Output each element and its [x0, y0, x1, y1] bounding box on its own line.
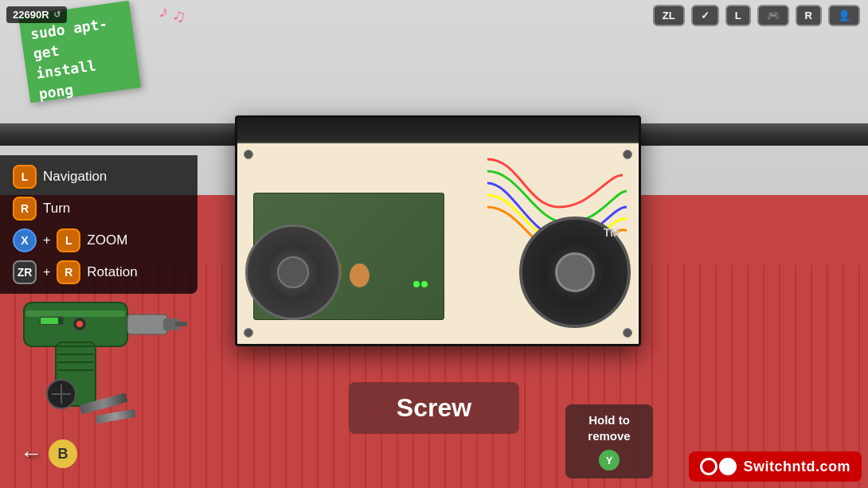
profile-icon: 👤 [838, 10, 850, 21]
hud-check-button[interactable]: ✓ [691, 5, 719, 26]
check-icon: ✓ [701, 10, 710, 21]
speaker-right: TM [519, 217, 631, 328]
hold-remove-line2: remove [588, 429, 630, 443]
switch-logo [700, 458, 737, 475]
b-label: B [58, 446, 68, 463]
svg-rect-9 [41, 318, 58, 324]
controls-panel: L Navigation R Turn X + L ZOOM ZR + R Ro… [0, 155, 197, 294]
y-button[interactable]: Y [599, 450, 620, 470]
led-green-1 [421, 281, 428, 287]
back-area[interactable]: ← B [20, 439, 77, 468]
l-button-2: L [57, 228, 80, 252]
top-hud: ZL ✓ L 🎮 R 👤 [653, 5, 860, 26]
hold-remove-button[interactable]: Hold to remove Y [565, 404, 653, 478]
r-button: R [13, 197, 37, 221]
screw-br [623, 328, 632, 338]
control-row-rotation: ZR + R Rotation [13, 260, 185, 284]
switch-logo-left [700, 458, 717, 475]
electronics-box: TM [235, 115, 641, 346]
hud-controller-button[interactable]: 🎮 [757, 5, 789, 26]
score-value: 22690R [13, 9, 49, 21]
box-interior: TM [237, 142, 639, 344]
y-label: Y [606, 455, 613, 467]
screw-bl [244, 328, 253, 338]
zoom-label: ZOOM [87, 232, 127, 248]
screw-black-1 [44, 377, 80, 412]
hold-remove-text: Hold to remove [578, 412, 640, 443]
hold-remove-line1: Hold to [588, 413, 630, 427]
r-label: R [805, 10, 812, 21]
svg-rect-2 [127, 314, 167, 334]
screw-prompt-text: Screw [397, 393, 471, 422]
controller-icon: 🎮 [767, 10, 780, 21]
navigation-label: Navigation [43, 169, 107, 185]
refresh-icon: ↺ [53, 10, 61, 20]
coil [350, 264, 369, 287]
control-row-turn: R Turn [13, 197, 185, 221]
back-arrow-icon: ← [20, 441, 42, 467]
speaker-left-center [277, 256, 309, 288]
l-label: L [735, 10, 741, 21]
zl-label: ZL [663, 10, 675, 21]
plus-sign-2: + [43, 265, 50, 279]
hud-r-button[interactable]: R [796, 5, 822, 26]
screw-prompt: Screw [349, 382, 519, 434]
hud-zl-button[interactable]: ZL [653, 5, 685, 26]
svg-rect-5 [25, 310, 125, 317]
screw-tl [244, 150, 253, 159]
svg-point-7 [76, 321, 83, 327]
plus-sign-1: + [43, 233, 50, 248]
l-button: L [13, 165, 37, 189]
box-top-panel [237, 118, 639, 142]
zr-button: ZR [13, 260, 37, 284]
x-button: X [13, 228, 37, 252]
rotation-label: Rotation [87, 264, 137, 280]
control-row-zoom: X + L ZOOM [13, 228, 185, 252]
led-green-2 [413, 281, 420, 287]
hud-l-button[interactable]: L [725, 5, 751, 26]
score-badge: 22690R ↺ [6, 6, 67, 23]
tm-label: TM [604, 226, 620, 239]
hud-profile-button[interactable]: 👤 [828, 5, 860, 26]
b-button[interactable]: B [49, 439, 77, 468]
switch-logo-right [719, 458, 737, 475]
nintendo-badge: Switchntd.com [689, 451, 862, 482]
sticky-note-text: sudo apt-get install pong [29, 15, 109, 102]
control-row-navigation: L Navigation [13, 165, 185, 189]
screw-tr [623, 150, 632, 159]
r-button-2: R [57, 260, 80, 284]
speaker-left [245, 224, 341, 320]
nintendo-text: Switchntd.com [743, 459, 850, 475]
speaker-right-center [555, 252, 595, 292]
turn-label: Turn [43, 201, 70, 217]
svg-rect-4 [175, 322, 187, 326]
